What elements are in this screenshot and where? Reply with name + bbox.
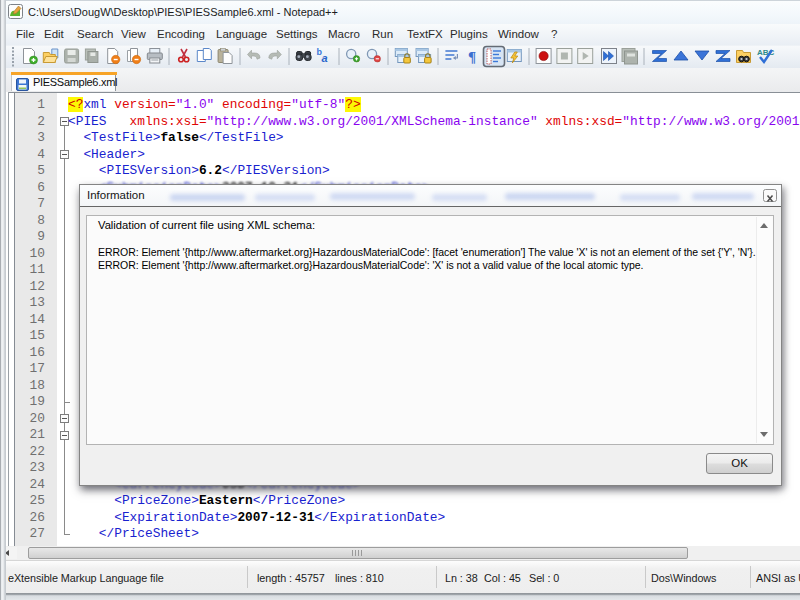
svg-text:a: a — [321, 52, 327, 64]
svg-text:ABC: ABC — [757, 48, 775, 57]
svg-text:¶: ¶ — [468, 49, 476, 65]
